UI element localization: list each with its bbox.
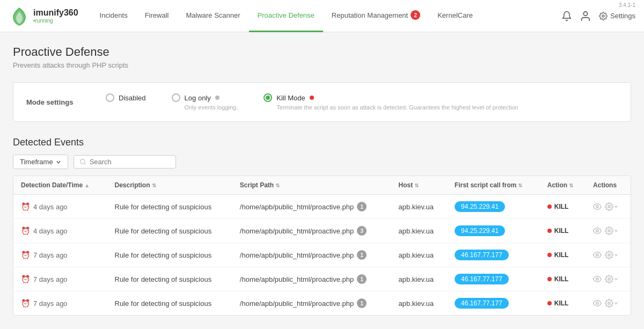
view-button[interactable]	[593, 202, 602, 211]
user-avatar-button[interactable]	[580, 10, 591, 22]
datetime-text: 4 days ago	[33, 203, 68, 211]
gear-dropdown-button[interactable]	[605, 226, 618, 235]
mode-name-kill-mode: Kill Mode	[276, 94, 305, 102]
settings-button[interactable]: Settings	[599, 12, 635, 20]
row-1-first-call: 94.25.229.41	[447, 219, 540, 243]
gear-dropdown-button[interactable]	[605, 275, 618, 283]
mode-option-log-only[interactable]: Log onlyOnly events logging.	[172, 93, 238, 111]
th-description[interactable]: Description⇅	[107, 176, 232, 195]
kill-label: KILL	[554, 203, 569, 210]
nav-item-kernelcare[interactable]: KernelCare	[429, 0, 481, 32]
logo-text: imunify360 •running	[33, 8, 78, 24]
svg-point-10	[596, 278, 598, 280]
th-script_path[interactable]: Script Path⇅	[232, 176, 391, 195]
radio-outer-disabled	[106, 93, 114, 102]
row-3-datetime: ⏰ 7 days ago	[13, 267, 107, 291]
svg-point-5	[608, 206, 610, 208]
th-action[interactable]: Action⇅	[540, 176, 586, 195]
path-badge: 1	[357, 250, 367, 260]
row-0-action: KILL	[540, 195, 586, 219]
nav-item-firewall[interactable]: Firewall	[136, 0, 178, 32]
gear-dropdown-button[interactable]	[605, 202, 618, 211]
events-table-wrap: Detection Date/Time▲Description⇅Script P…	[13, 176, 631, 316]
sort-icon-action: ⇅	[569, 182, 573, 188]
mode-desc-log-only: Only events logging.	[172, 104, 238, 111]
mode-dot-log-only	[215, 96, 219, 100]
path-cell: /home/apb/public_html/proactive.php 3	[240, 226, 384, 236]
actions-cell	[593, 226, 623, 235]
row-4-first-call: 46.167.77.177	[447, 291, 540, 316]
view-button[interactable]	[593, 275, 602, 283]
row-2-action: KILL	[540, 243, 586, 267]
view-button[interactable]	[593, 251, 602, 259]
timeframe-button[interactable]: Timeframe	[13, 155, 68, 169]
row-0-first-call: 94.25.229.41	[447, 195, 540, 219]
row-2-actions	[586, 243, 631, 267]
search-input[interactable]	[90, 158, 170, 166]
view-button[interactable]	[593, 299, 602, 308]
path-badge: 3	[357, 226, 367, 236]
th-host[interactable]: Host⇅	[391, 176, 448, 195]
svg-point-0	[583, 11, 587, 15]
kill-label: KILL	[554, 251, 569, 259]
gear-icon	[605, 299, 613, 308]
mode-option-disabled[interactable]: Disabled	[106, 93, 146, 102]
svg-point-11	[608, 278, 610, 280]
search-box	[74, 155, 176, 169]
nav-item-reputation-management[interactable]: Reputation Management2	[323, 0, 429, 32]
clock-icon: ⏰	[21, 251, 30, 259]
search-icon	[79, 158, 86, 165]
nav-badge-reputation-management: 2	[411, 10, 420, 20]
ip-badge[interactable]: 94.25.229.41	[455, 225, 505, 236]
script-path-text: /home/apb/public_html/proactive.php	[240, 251, 354, 259]
svg-point-2	[80, 159, 85, 164]
ip-badge[interactable]: 46.167.77.177	[455, 250, 509, 260]
row-3-host: apb.kiev.ua	[391, 267, 448, 291]
mode-name-log-only: Log only	[185, 94, 211, 102]
datetime-text: 7 days ago	[33, 275, 68, 283]
row-1-description: Rule for detecting of suspicious	[107, 219, 232, 243]
th-first_call[interactable]: First script call from⇅	[447, 176, 540, 195]
kill-dot	[547, 229, 552, 233]
row-2-description: Rule for detecting of suspicious	[107, 243, 232, 267]
th-datetime[interactable]: Detection Date/Time▲	[13, 176, 107, 195]
notification-bell-button[interactable]	[561, 11, 572, 21]
gear-icon	[605, 251, 613, 259]
row-3-description: Rule for detecting of suspicious	[107, 267, 232, 291]
nav-item-proactive-defense[interactable]: Proactive Defense	[249, 0, 323, 32]
row-4-actions	[586, 291, 631, 316]
table-row: ⏰ 4 days ago Rule for detecting of suspi…	[13, 195, 631, 219]
brand-status: •running	[33, 18, 78, 24]
path-cell: /home/apb/public_html/proactive.php 1	[240, 250, 384, 260]
nav-item-malware-scanner[interactable]: Malware Scanner	[177, 0, 248, 32]
gear-dropdown-button[interactable]	[605, 251, 618, 259]
chevron-down-icon	[56, 159, 61, 165]
page-content: Proactive Defense Prevents attacks throu…	[0, 32, 644, 329]
datetime-text: 7 days ago	[33, 299, 68, 308]
ip-badge[interactable]: 94.25.229.41	[455, 201, 505, 212]
action-cell: KILL	[547, 275, 578, 283]
row-4-description: Rule for detecting of suspicious	[107, 291, 232, 316]
sort-icon-first_call: ⇅	[518, 182, 522, 188]
time-cell: ⏰ 7 days ago	[21, 275, 100, 283]
row-0-host: apb.kiev.ua	[391, 195, 448, 219]
mode-option-kill-mode[interactable]: Kill ModeTerminate the script as soon as…	[264, 93, 518, 111]
svg-point-12	[596, 302, 598, 304]
mode-settings-card: Mode settings DisabledLog onlyOnly event…	[13, 82, 631, 122]
gear-dropdown-button[interactable]	[605, 299, 618, 308]
dropdown-arrow-icon	[614, 229, 618, 233]
row-2-host: apb.kiev.ua	[391, 243, 448, 267]
row-3-action: KILL	[540, 267, 586, 291]
row-2-first-call: 46.167.77.177	[447, 243, 540, 267]
logo-area: imunify360 •running	[9, 5, 78, 27]
ip-badge[interactable]: 46.167.77.177	[455, 274, 509, 284]
actions-cell	[593, 251, 623, 259]
row-2-script-path: /home/apb/public_html/proactive.php 1	[232, 243, 391, 267]
row-1-host: apb.kiev.ua	[391, 219, 448, 243]
action-cell: KILL	[547, 251, 578, 259]
view-button[interactable]	[593, 226, 602, 235]
ip-badge[interactable]: 46.167.77.177	[455, 298, 509, 309]
nav-item-incidents[interactable]: Incidents	[91, 0, 136, 32]
sort-icon-description: ⇅	[152, 182, 156, 188]
row-3-script-path: /home/apb/public_html/proactive.php 1	[232, 267, 391, 291]
